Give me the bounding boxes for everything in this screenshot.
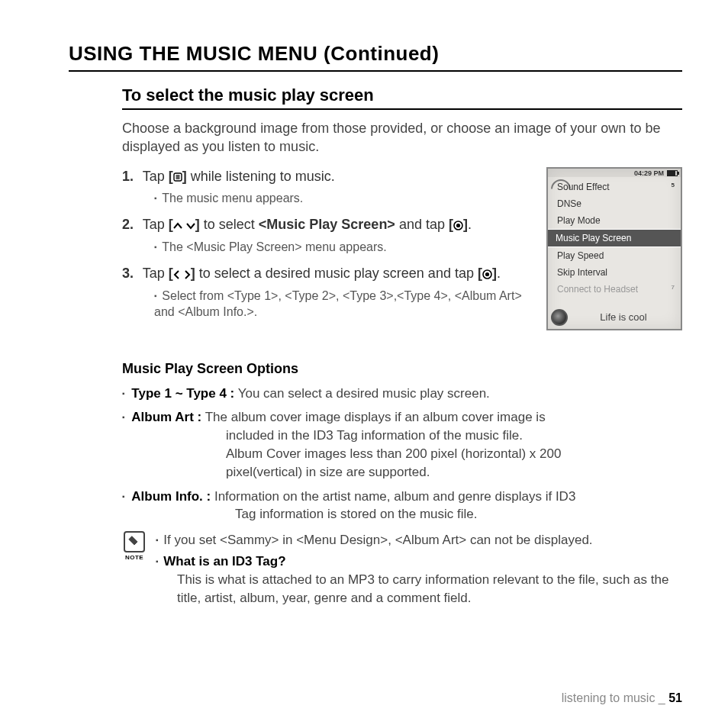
device-item-dnse: DNSe [556,195,676,212]
device-now-playing: Life is cool [548,299,681,329]
note-id3-tag: What is an ID3 Tag? This is what is atta… [156,552,682,607]
page-footer: listening to music _ 51 [562,691,682,705]
pencil-icon [126,533,143,551]
steps-list: 1. Tap [] while listening to music. The … [122,167,531,330]
device-item-skip-interval: Skip Interval [556,264,676,281]
option-album-art: Album Art : The album cover image displa… [122,408,682,481]
device-time: 04:29 PM [634,169,664,177]
svg-point-5 [456,224,460,227]
device-menu: Sound Effect5 DNSe Play Mode Music Play … [548,177,681,299]
left-icon [173,270,180,279]
note-sammy: If you set <Sammy> in <Menu Design>, <Al… [156,531,682,549]
svg-point-7 [485,272,489,276]
page-title: USING THE MUSIC MENU (Continued) [69,42,682,72]
menu-icon [173,172,182,182]
options-heading: Music Play Screen Options [122,361,682,377]
device-item-connect-headset: Connect to Headset7 [556,281,676,298]
device-item-play-mode: Play Mode [556,212,676,229]
device-knob-icon [551,309,568,326]
step-1: 1. Tap [] while listening to music. The … [122,167,531,207]
step-2: 2. Tap [ ] to select <Music Play Screen>… [122,215,531,255]
right-icon [184,270,191,279]
section-title: To select the music play screen [122,85,682,110]
select-icon [453,221,463,230]
option-album-info: Album Info. : Information on the artist … [122,488,682,524]
device-screenshot: 04:29 PM Sound Effect5 DNSe Play Mode Mu… [546,167,682,330]
select-icon [482,269,492,279]
step-3: 3. Tap [ ] to select a desired music pla… [122,264,531,320]
device-item-sound-effect: Sound Effect5 [556,179,676,195]
battery-icon [667,170,678,176]
step-1-note: The music menu appears. [154,190,531,207]
note-icon: NOTE [122,531,147,561]
option-type: Type 1 ~ Type 4 : You can select a desir… [122,385,682,403]
device-item-music-play-screen: Music Play Screen [548,229,681,247]
step-2-note: The <Music Play Screen> menu appears. [154,239,531,256]
up-icon [173,222,182,230]
down-icon [186,222,195,230]
section-intro: Choose a background image from those pro… [122,119,682,156]
step-3-note: Select from <Type 1>, <Type 2>, <Type 3>… [154,288,531,321]
device-item-play-speed: Play Speed [556,247,676,264]
